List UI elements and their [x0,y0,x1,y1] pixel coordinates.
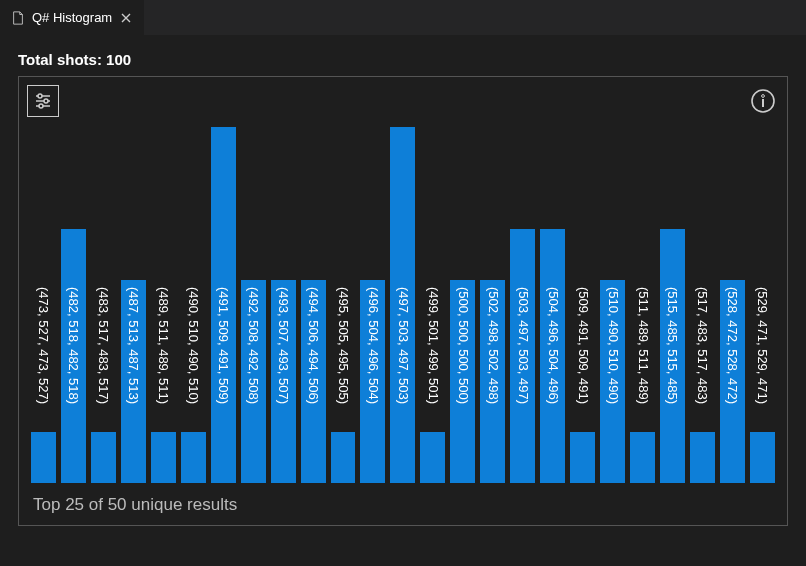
tab-bar: Q# Histogram [0,0,806,35]
bar-slot: (482, 518, 482, 518) [61,127,86,483]
bar-slot: (529, 471, 529, 471) [750,127,775,483]
svg-point-5 [39,104,43,108]
settings-button[interactable] [27,85,59,117]
bar-slot: (496, 504, 496, 504) [360,127,385,483]
histogram-bar[interactable] [480,280,505,483]
histogram-bar[interactable] [600,280,625,483]
bar-label: (517, 483, 517, 483) [695,287,710,404]
bar-label: (511, 489, 511, 489) [635,287,650,404]
bar-slot: (495, 505, 495, 505) [331,127,356,483]
svg-point-7 [762,95,765,98]
histogram-bar[interactable] [301,280,326,483]
histogram-bar[interactable] [181,432,206,483]
histogram-caption: Top 25 of 50 unique results [33,495,237,515]
histogram-bar[interactable] [31,432,56,483]
bar-slot: (487, 513, 487, 513) [121,127,146,483]
info-icon [750,88,776,114]
info-button[interactable] [749,87,777,115]
histogram-bar[interactable] [61,229,86,483]
histogram-panel: (473, 527, 473, 527)(482, 518, 482, 518)… [18,76,788,526]
bar-slot: (503, 497, 503, 497) [510,127,535,483]
histogram-bar[interactable] [750,432,775,483]
bar-slot: (502, 498, 502, 498) [480,127,505,483]
histogram-bar[interactable] [540,229,565,483]
bar-label: (483, 517, 483, 517) [96,287,111,404]
bar-slot: (515, 485, 515, 485) [660,127,685,483]
histogram-bar[interactable] [271,280,296,483]
histogram-bar[interactable] [720,280,745,483]
bar-slot: (517, 483, 517, 483) [690,127,715,483]
bar-slot: (504, 496, 504, 496) [540,127,565,483]
bar-slot: (491, 509, 491, 509) [211,127,236,483]
bar-slot: (511, 489, 511, 489) [630,127,655,483]
bar-slot: (509, 491, 509, 491) [570,127,595,483]
bar-slot: (500, 500, 500, 500) [450,127,475,483]
histogram-bar[interactable] [660,229,685,483]
histogram-bar[interactable] [450,280,475,483]
total-shots-label: Total shots: 100 [18,51,788,68]
histogram-bar[interactable] [510,229,535,483]
bar-label: (473, 527, 473, 527) [36,287,51,404]
bar-label: (495, 505, 495, 505) [336,287,351,404]
bar-slot: (492, 508, 492, 508) [241,127,266,483]
histogram-bar[interactable] [121,280,146,483]
bar-slot: (483, 517, 483, 517) [91,127,116,483]
svg-point-4 [44,99,48,103]
histogram-bar[interactable] [151,432,176,483]
bar-label: (490, 510, 490, 510) [186,287,201,404]
histogram-bar[interactable] [331,432,356,483]
histogram-bar[interactable] [570,432,595,483]
bar-slot: (489, 511, 489, 511) [151,127,176,483]
histogram-bar[interactable] [630,432,655,483]
content: Total shots: 100 ( [0,35,806,544]
histogram-bar[interactable] [241,280,266,483]
tab-title: Q# Histogram [32,10,112,25]
histogram-bar[interactable] [420,432,445,483]
bar-slot: (493, 507, 493, 507) [271,127,296,483]
histogram-bar[interactable] [91,432,116,483]
bar-slot: (490, 510, 490, 510) [181,127,206,483]
histogram-bar[interactable] [690,432,715,483]
bar-label: (509, 491, 509, 491) [575,287,590,404]
histogram-bar[interactable] [390,127,415,483]
bar-slot: (510, 490, 510, 490) [600,127,625,483]
tab-qsharp-histogram[interactable]: Q# Histogram [0,0,145,35]
svg-point-3 [38,94,42,98]
histogram-bar[interactable] [211,127,236,483]
bar-label: (499, 501, 499, 501) [425,287,440,404]
bar-label: (529, 471, 529, 471) [755,287,770,404]
svg-rect-8 [762,99,764,107]
settings-sliders-icon [33,91,53,111]
file-icon [10,10,26,26]
histogram-chart: (473, 527, 473, 527)(482, 518, 482, 518)… [31,127,775,483]
bar-slot: (473, 527, 473, 527) [31,127,56,483]
bar-slot: (494, 506, 494, 506) [301,127,326,483]
bar-slot: (528, 472, 528, 472) [720,127,745,483]
histogram-bar[interactable] [360,280,385,483]
bar-label: (489, 511, 489, 511) [156,287,171,404]
close-icon[interactable] [118,10,134,26]
bar-slot: (499, 501, 499, 501) [420,127,445,483]
bar-slot: (497, 503, 497, 503) [390,127,415,483]
